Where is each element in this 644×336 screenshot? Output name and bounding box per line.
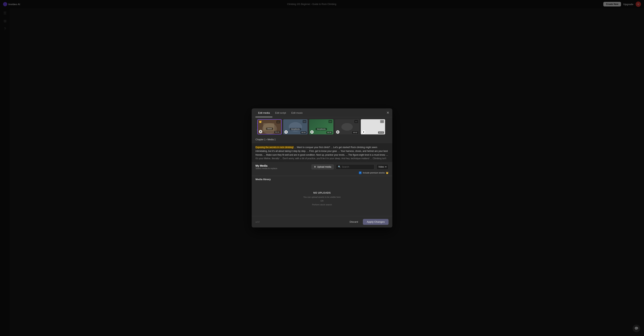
play-button-2[interactable]: [284, 130, 288, 134]
upload-media-button[interactable]: ⬆ Upload media: [311, 164, 334, 169]
source-label-3: Storyblocks: [316, 128, 327, 130]
video-thumb-4[interactable]: ··· 00:02: [335, 119, 359, 134]
media-breadcrumb: Chapter 1 › Media 1: [252, 136, 392, 143]
edit-media-modal: Edit media Edit script Edit music ✕ Chap…: [252, 108, 392, 227]
source-label-2: Storyblocks: [290, 128, 301, 130]
thumb-top-1: 👑 ···: [258, 120, 281, 124]
thumb-more-1[interactable]: ···: [276, 120, 280, 123]
my-media-section: My Media Select media to replace ⬆ Uploa…: [252, 162, 392, 170]
script-highlight: Exposing the secrets in rock climbing!: [256, 146, 294, 149]
video-thumb-3[interactable]: ··· 00:05 Storyblocks: [309, 119, 334, 134]
thumb-overlay-2: ··· 00:04: [283, 119, 308, 134]
thumb-top-5: ···: [361, 119, 385, 124]
premium-row: Include premium stocks 👑: [252, 170, 392, 175]
footer-buttons: Discard Apply Changes: [346, 219, 388, 225]
video-thumb-5[interactable]: ··· 00:03: [361, 119, 385, 134]
thumb-top-2: ···: [283, 119, 308, 124]
apply-changes-button[interactable]: Apply Changes: [363, 219, 388, 225]
close-icon[interactable]: ✕: [386, 111, 389, 115]
my-media-info: My Media Select media to replace: [256, 164, 277, 169]
thumb-more-2[interactable]: ···: [302, 120, 306, 123]
duration-1: 00:03: [274, 131, 280, 133]
premium-crown-icon: 👑: [386, 171, 388, 174]
tab-edit-music[interactable]: Edit music: [289, 108, 306, 117]
duration-2: 00:04: [300, 131, 306, 134]
tab-edit-script[interactable]: Edit script: [272, 108, 288, 117]
video-strip: Chapter 1 👑 ··· 00:03 iStock: [252, 117, 392, 136]
search-input[interactable]: [342, 166, 372, 168]
play-button-1[interactable]: [259, 130, 262, 133]
modal-footer: v2.0 Discard Apply Changes: [252, 216, 392, 228]
play-button-3[interactable]: [310, 130, 314, 134]
empty-sub-2: OR: [320, 200, 324, 202]
thumb-overlay-3: ··· 00:05: [309, 119, 334, 134]
search-wrapper: 🔍: [336, 164, 374, 169]
script-fade: [252, 156, 392, 162]
crown-icon-1: 👑: [259, 120, 262, 123]
breadcrumb-text: Chapter 1 › Media 1: [256, 138, 276, 141]
empty-subtitle: You can upload assets to be visible here…: [256, 195, 388, 206]
upload-icon: ⬆: [314, 166, 316, 168]
video-filter-select[interactable]: Video ▾: [376, 164, 388, 169]
script-area: Exposing the secrets in rock climbing! .…: [252, 143, 392, 162]
tab-edit-media[interactable]: Edit media: [256, 108, 272, 117]
my-media-title: My Media: [256, 164, 277, 167]
empty-state: NO UPLOADS You can upload assets to be v…: [252, 182, 392, 216]
play-button-4[interactable]: [336, 130, 340, 134]
thumb-top-4: ···: [335, 119, 359, 124]
thumb-overlay-5: ··· 00:03: [361, 119, 385, 134]
empty-title: NO UPLOADS: [256, 191, 388, 194]
thumb-more-3[interactable]: ···: [328, 120, 332, 123]
play-button-5[interactable]: [362, 130, 365, 134]
thumb-overlay-1: 👑 ··· 00:03: [258, 120, 281, 134]
filter-label: Video: [378, 166, 384, 168]
source-label-1: iStock: [266, 128, 273, 130]
media-library-header: Media library: [252, 176, 392, 182]
duration-3: 00:05: [326, 131, 332, 134]
video-thumb-1[interactable]: 👑 ··· 00:03 iStock: [257, 119, 282, 134]
empty-sub-3: Perform stock search: [312, 203, 332, 206]
upload-label: Upload media: [317, 166, 331, 168]
thumb-bottom-4: 00:02: [335, 130, 359, 134]
thumb-top-3: ···: [309, 119, 334, 124]
empty-sub-1: You can upload assets to be visible here: [303, 196, 341, 198]
my-media-subtitle: Select media to replace: [256, 167, 277, 169]
chevron-down-icon: ▾: [385, 166, 386, 168]
version-label: v2.0: [256, 221, 260, 223]
thumb-more-4[interactable]: ···: [354, 120, 358, 123]
media-library-title: Media library: [256, 178, 271, 181]
discard-button[interactable]: Discard: [346, 219, 361, 225]
media-actions: ⬆ Upload media 🔍 Video ▾: [311, 164, 388, 169]
premium-label: Include premium stocks: [363, 171, 385, 174]
video-thumb-2[interactable]: ··· 00:04 Storyblocks: [283, 119, 308, 134]
premium-checkbox[interactable]: [359, 171, 362, 174]
thumb-bottom-5: 00:03: [361, 130, 385, 134]
modal-tabs: Edit media Edit script Edit music ✕: [252, 108, 392, 117]
thumb-overlay-4: ··· 00:02: [335, 119, 359, 134]
duration-5: 00:03: [378, 131, 384, 134]
thumb-more-5[interactable]: ···: [380, 120, 384, 123]
search-icon: 🔍: [338, 166, 341, 168]
duration-4: 00:02: [352, 131, 358, 134]
